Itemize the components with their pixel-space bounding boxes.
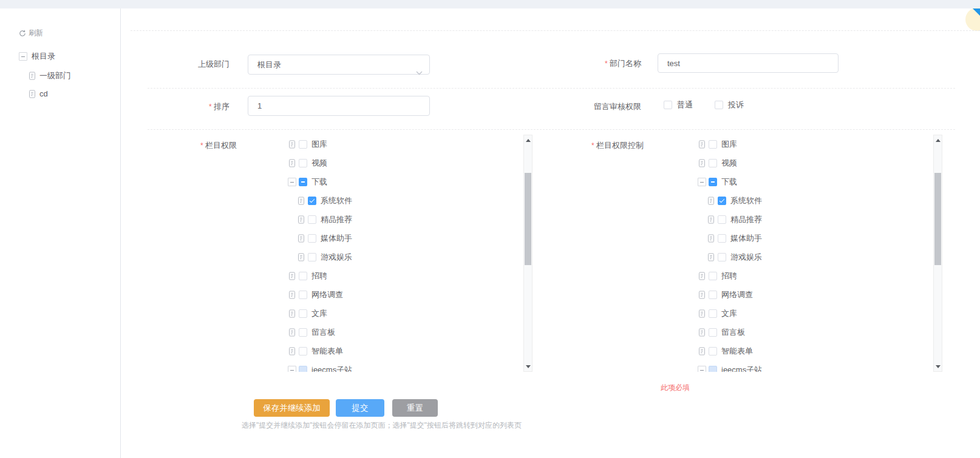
checkbox-complaint-label[interactable]: 投诉	[728, 99, 744, 110]
tree-node-label[interactable]: 精品推荐	[730, 214, 762, 225]
sidebar-item-label[interactable]: cd	[39, 89, 48, 98]
document-icon	[698, 291, 706, 299]
tree-checkbox[interactable]	[308, 197, 316, 205]
tree-checkbox[interactable]	[709, 140, 717, 149]
tree-checkbox[interactable]	[709, 272, 717, 280]
tree-node-label[interactable]: 智能表单	[721, 346, 753, 357]
tree-checkbox[interactable]	[299, 159, 307, 167]
sort-label: 排序	[138, 101, 230, 112]
tree-checkbox[interactable]	[299, 291, 307, 299]
collapse-icon[interactable]	[288, 366, 296, 372]
sort-input[interactable]	[248, 96, 430, 116]
document-icon	[288, 291, 296, 299]
tree-node: 下载	[277, 172, 533, 191]
tree-node-label[interactable]: 系统软件	[321, 195, 352, 206]
tree-checkbox[interactable]	[718, 253, 726, 261]
tree-node-label[interactable]: 媒体助手	[321, 233, 352, 244]
scrollbar[interactable]	[933, 135, 942, 372]
sidebar-tree-root[interactable]: 根目录	[19, 51, 55, 62]
tree-checkbox[interactable]	[718, 234, 726, 243]
tree-node: 游戏娱乐	[687, 248, 942, 266]
form-help-text: 选择"提交并继续添加"按钮会停留在添加页面；选择"提交"按钮后将跳转到对应的列表…	[242, 420, 522, 431]
submit-button[interactable]: 提交	[336, 399, 384, 417]
collapse-icon[interactable]	[698, 366, 706, 372]
tree-checkbox[interactable]	[718, 215, 726, 224]
tree-checkbox[interactable]	[299, 366, 307, 372]
department-sidebar: 刷新 根目录 一级部门 cd	[0, 8, 121, 458]
sidebar-tree-item[interactable]: cd	[28, 89, 48, 98]
tree-checkbox[interactable]	[299, 309, 307, 318]
tree-node-label[interactable]: 游戏娱乐	[321, 252, 352, 263]
scroll-down-arrow[interactable]	[934, 362, 942, 371]
tree-node-label[interactable]: 网络调查	[721, 289, 753, 300]
tree-node-label[interactable]: 招聘	[721, 271, 737, 281]
scroll-down-arrow[interactable]	[524, 362, 532, 371]
collapse-icon[interactable]	[19, 52, 27, 61]
document-icon	[288, 159, 296, 167]
tree-node-label[interactable]: 智能表单	[311, 346, 343, 357]
sidebar-item-label[interactable]: 一级部门	[39, 70, 71, 81]
tree-node-label[interactable]: jeecms子站	[721, 365, 762, 372]
scrollbar[interactable]	[523, 135, 533, 372]
top-strip	[0, 0, 980, 8]
tree-node-label[interactable]: 网络调查	[311, 289, 343, 300]
tree-node-label[interactable]: 视频	[311, 158, 327, 169]
tree-checkbox[interactable]	[299, 140, 307, 149]
scroll-up-arrow[interactable]	[524, 135, 532, 145]
tree-node-label[interactable]: 文库	[721, 308, 737, 319]
tree-checkbox[interactable]	[709, 159, 717, 167]
tree-checkbox[interactable]	[299, 272, 307, 280]
tree-node-label[interactable]: 下载	[311, 177, 327, 187]
tree-node-label[interactable]: 留言板	[311, 327, 335, 338]
sidebar-tree-item[interactable]: 一级部门	[28, 70, 71, 81]
tree-node-label[interactable]: 图库	[721, 139, 737, 150]
document-icon	[707, 215, 715, 224]
tree-checkbox[interactable]	[308, 253, 316, 261]
corner-ribbon-icon[interactable]	[973, 8, 980, 16]
tree-node: 留言板	[277, 323, 533, 342]
checkbox-normal[interactable]	[664, 101, 672, 109]
document-icon	[28, 72, 36, 80]
tree-node: 招聘	[687, 266, 942, 285]
tree-checkbox[interactable]	[709, 328, 717, 337]
tree-node-label[interactable]: 招聘	[311, 271, 327, 281]
tree-checkbox[interactable]	[308, 234, 316, 243]
tree-checkbox[interactable]	[299, 347, 307, 355]
tree-checkbox[interactable]	[718, 197, 726, 205]
sidebar-root-label[interactable]: 根目录	[32, 51, 55, 62]
tree-checkbox[interactable]	[299, 328, 307, 337]
tree-node-label[interactable]: 媒体助手	[730, 233, 762, 244]
collapse-icon[interactable]	[288, 178, 296, 186]
document-icon	[288, 347, 296, 355]
tree-node-label[interactable]: 系统软件	[730, 195, 762, 206]
tree-node-label[interactable]: 精品推荐	[321, 214, 352, 225]
tree-node-label[interactable]: 文库	[311, 308, 327, 319]
document-icon	[698, 140, 706, 149]
tree-node: 网络调查	[277, 285, 533, 304]
tree-checkbox[interactable]	[709, 291, 717, 299]
document-icon	[288, 140, 296, 149]
scrollbar-thumb[interactable]	[934, 173, 941, 265]
tree-node-label[interactable]: jeecms子站	[311, 365, 352, 372]
refresh-button[interactable]: 刷新	[19, 28, 43, 38]
tree-checkbox[interactable]	[709, 178, 717, 186]
tree-node-label[interactable]: 图库	[311, 139, 327, 150]
tree-node-label[interactable]: 下载	[721, 177, 737, 187]
save-and-continue-button[interactable]: 保存并继续添加	[254, 399, 330, 417]
checkbox-complaint[interactable]	[715, 101, 723, 109]
tree-checkbox[interactable]	[308, 215, 316, 224]
reset-button[interactable]: 重置	[392, 399, 438, 417]
dept-name-input[interactable]	[658, 53, 839, 73]
tree-node-label[interactable]: 视频	[721, 158, 737, 169]
tree-node-label[interactable]: 游戏娱乐	[730, 252, 762, 263]
scroll-up-arrow[interactable]	[934, 135, 942, 145]
scrollbar-thumb[interactable]	[525, 173, 531, 265]
tree-checkbox[interactable]	[709, 309, 717, 318]
checkbox-normal-label[interactable]: 普通	[677, 99, 693, 110]
tree-checkbox[interactable]	[709, 366, 717, 372]
collapse-icon[interactable]	[698, 178, 706, 186]
parent-dept-select[interactable]: 根目录	[248, 55, 430, 75]
tree-checkbox[interactable]	[299, 178, 307, 186]
tree-node-label[interactable]: 留言板	[721, 327, 745, 338]
tree-checkbox[interactable]	[709, 347, 717, 355]
